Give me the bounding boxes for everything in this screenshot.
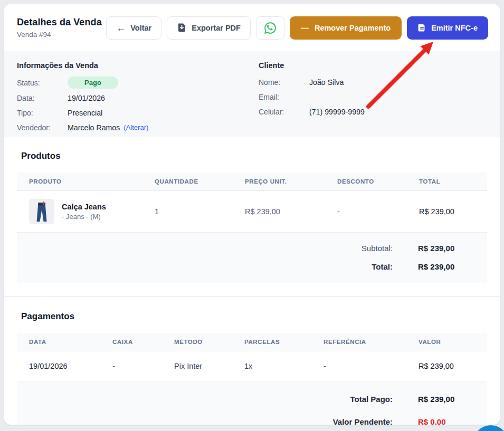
customer-email-row: Email:: [259, 91, 487, 102]
payment-row: 19/01/2026 - Pix Inter 1x - R$ 239,00: [17, 351, 487, 381]
customer-phone-row: Celular: (71) 99999-9999: [259, 106, 487, 117]
product-row: Calça Jeans - Jeans - (M) 1 R$ 239,00 - …: [17, 191, 487, 233]
product-text: Calça Jeans - Jeans - (M): [62, 203, 106, 221]
customer-name-row: Nome: João Silva: [259, 76, 487, 88]
export-pdf-button[interactable]: Exportar PDF: [167, 16, 251, 40]
col-caixa: Caixa: [104, 333, 166, 351]
export-pdf-label: Exportar PDF: [192, 24, 241, 32]
back-arrow-icon: ←: [116, 23, 126, 33]
products-header-row: Produto Quantidade Preço Unit. Desconto …: [17, 173, 487, 191]
total-label: Total:: [17, 262, 393, 271]
customer-phone-label: Celular:: [259, 108, 309, 116]
col-data: Data: [17, 333, 104, 351]
seller-label: Vendedor:: [17, 123, 68, 132]
sale-info-title: Informações da Venda: [17, 61, 259, 70]
col-desconto: Desconto: [329, 173, 411, 191]
remove-payment-label: Remover Pagamento: [315, 24, 391, 32]
remove-payment-button[interactable]: — Remover Pagamento: [290, 16, 402, 40]
date-row: Data: 19/01/2026: [17, 92, 259, 103]
total-paid-label: Total Pago:: [17, 395, 393, 404]
minus-icon: —: [301, 24, 309, 32]
product-unit-price: R$ 239,00: [236, 191, 329, 233]
product-cell: Calça Jeans - Jeans - (M): [29, 199, 141, 224]
payments-section: Pagamentos Data Caixa Método Parcelas Re…: [4, 297, 500, 425]
product-variant: - Jeans - (M): [62, 213, 106, 221]
type-label: Tipo:: [17, 109, 68, 117]
subtotal-value: R$ 239,00: [418, 244, 460, 253]
sale-info-column: Informações da Venda Status: Pago Data: …: [17, 61, 259, 137]
page-title-block: Detalhes da Venda Venda #94: [17, 17, 102, 39]
product-total: R$ 239,00: [411, 191, 487, 233]
total-value: R$ 239,00: [418, 262, 460, 271]
status-row: Status: Pago: [17, 76, 259, 89]
customer-phone-value: (71) 99999-9999: [309, 108, 365, 116]
payment-installments: 1x: [236, 351, 315, 381]
payment-amount: R$ 239,00: [410, 351, 487, 381]
back-button-label: Voltar: [130, 24, 151, 32]
seller-row: Vendedor: Marcelo Ramos (Alterar): [17, 122, 259, 133]
product-name: Calça Jeans: [62, 203, 106, 211]
customer-email-label: Email:: [259, 93, 309, 101]
total-row: Total: R$ 239,00: [17, 257, 487, 276]
whatsapp-icon: [263, 21, 277, 35]
download-icon: [177, 23, 187, 33]
change-seller-link[interactable]: (Alterar): [123, 123, 148, 131]
page-header: Detalhes da Venda Venda #94 ← Voltar Exp…: [4, 4, 500, 51]
chat-bubble-button[interactable]: [473, 425, 504, 431]
customer-title: Cliente: [259, 61, 487, 70]
type-value: Presencial: [68, 109, 102, 117]
date-value: 19/01/2026: [68, 94, 105, 102]
payment-method: Pix Inter: [166, 351, 236, 381]
subtotal-row: Subtotal: R$ 239,00: [17, 239, 487, 257]
subtotal-label: Subtotal:: [17, 244, 393, 253]
products-section: Produtos Produto Quantidade Preço Unit. …: [4, 137, 500, 297]
customer-column: Cliente Nome: João Silva Email: Celular:…: [259, 61, 487, 137]
emit-nfce-button[interactable]: Emitir NFC-e: [407, 16, 488, 40]
payment-date: 19/01/2026: [17, 351, 104, 381]
page-title: Detalhes da Venda: [17, 17, 102, 28]
col-quantidade: Quantidade: [146, 173, 236, 191]
status-badge: Pago: [68, 76, 118, 89]
col-valor: Valor: [410, 333, 487, 351]
payments-title: Pagamentos: [21, 311, 487, 322]
total-paid-row: Total Pago: R$ 239,00: [17, 388, 487, 410]
status-label: Status:: [17, 79, 68, 87]
col-metodo: Método: [166, 333, 236, 351]
sale-number: Venda #94: [17, 31, 102, 39]
product-quantity: 1: [146, 191, 236, 233]
back-button[interactable]: ← Voltar: [106, 16, 161, 40]
emit-nfce-label: Emitir NFC-e: [431, 24, 478, 32]
payment-reference: -: [315, 351, 410, 381]
col-parcelas: Parcelas: [236, 333, 315, 351]
col-referencia: Referência: [315, 333, 410, 351]
pending-label: Valor Pendente:: [17, 417, 393, 425]
col-produto: Produto: [17, 173, 146, 191]
date-label: Data:: [17, 94, 68, 102]
payments-header-row: Data Caixa Método Parcelas Referência Va…: [17, 333, 487, 351]
header-actions: ← Voltar Exportar PDF: [106, 16, 488, 40]
payments-table: Data Caixa Método Parcelas Referência Va…: [17, 333, 487, 381]
whatsapp-button[interactable]: [256, 16, 284, 40]
customer-name-label: Nome:: [259, 78, 309, 87]
payment-register: -: [104, 351, 166, 381]
sale-details-card: Detalhes da Venda Venda #94 ← Voltar Exp…: [4, 4, 500, 425]
sale-info-strip: Informações da Venda Status: Pago Data: …: [4, 51, 500, 137]
products-totals: Subtotal: R$ 239,00 Total: R$ 239,00: [17, 233, 487, 283]
col-total: Total: [411, 173, 487, 191]
seller-value: Marcelo Ramos: [68, 123, 120, 132]
products-table: Produto Quantidade Preço Unit. Desconto …: [17, 173, 487, 233]
payments-totals: Total Pago: R$ 239,00 Valor Pendente: R$…: [17, 381, 487, 425]
pending-row: Valor Pendente: R$ 0,00: [17, 410, 487, 425]
jeans-product-image: [29, 199, 54, 224]
product-discount: -: [329, 191, 411, 233]
type-row: Tipo: Presencial: [17, 107, 259, 118]
total-paid-value: R$ 239,00: [418, 395, 460, 404]
products-title: Produtos: [21, 151, 487, 161]
col-preco-unit: Preço Unit.: [236, 173, 329, 191]
pending-value: R$ 0,00: [418, 417, 460, 425]
file-icon: [417, 23, 426, 32]
customer-name-value: João Silva: [309, 78, 344, 87]
